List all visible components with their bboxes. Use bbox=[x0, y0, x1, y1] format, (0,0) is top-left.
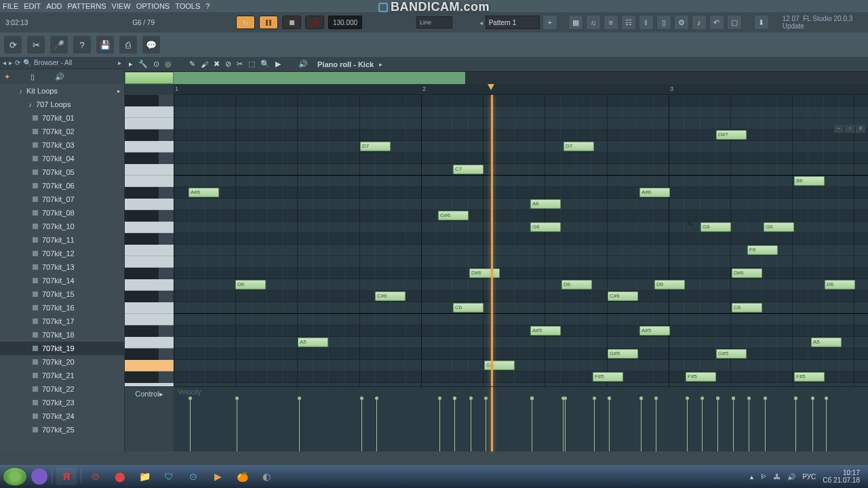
browser-item[interactable]: 707kit_08 bbox=[0, 206, 124, 220]
note[interactable]: G6 bbox=[701, 222, 731, 232]
note-grid[interactable]: ✎ D7D7D#7C7B6A#6A#6A6G#6G6G6G6F6D#6D#6D6… bbox=[174, 95, 868, 386]
pause-button[interactable] bbox=[259, 16, 278, 29]
control-label[interactable]: Control ▸ bbox=[125, 387, 174, 451]
minimap[interactable] bbox=[174, 72, 868, 84]
task-yandex[interactable]: Я bbox=[56, 468, 77, 485]
browser-item[interactable]: 707kit_24 bbox=[0, 409, 124, 423]
news-panel[interactable]: 12 07 FL Studio 20.0.3 Update bbox=[783, 15, 863, 30]
browser-item[interactable]: 707kit_20 bbox=[0, 355, 124, 369]
note[interactable]: G#6 bbox=[438, 211, 469, 220]
browser-subfolder[interactable]: ♪707 Loops bbox=[0, 98, 124, 111]
note[interactable]: A5 bbox=[811, 338, 842, 347]
pr-slice-tool[interactable]: ✂ bbox=[237, 60, 243, 68]
browser-item[interactable]: 707kit_12 bbox=[0, 247, 124, 260]
note[interactable]: F#5 bbox=[686, 372, 716, 382]
timeline-ruler[interactable]: 123 bbox=[174, 84, 868, 95]
browser-item[interactable]: 707kit_25 bbox=[0, 423, 124, 436]
piano-keyboard[interactable]: C7C6 bbox=[125, 95, 174, 386]
note[interactable]: A5 bbox=[298, 338, 328, 347]
browser-item[interactable]: 707kit_22 bbox=[0, 382, 124, 396]
note[interactable]: D6 bbox=[825, 280, 855, 289]
pr-draw-tool[interactable]: ✎ bbox=[189, 60, 195, 68]
note[interactable]: A6 bbox=[530, 199, 561, 209]
mixer-button2[interactable]: ⦀ bbox=[639, 15, 654, 30]
pr-zoom-tool[interactable]: 🔍 bbox=[260, 60, 270, 68]
start-button[interactable] bbox=[3, 467, 27, 486]
note[interactable]: A#6 bbox=[639, 188, 670, 197]
task-explorer[interactable]: 📁 bbox=[134, 468, 155, 485]
note[interactable]: A#5 bbox=[530, 326, 561, 336]
menu-add[interactable]: ADD bbox=[46, 2, 62, 10]
note[interactable]: D#7 bbox=[716, 130, 747, 140]
tray-up-icon[interactable]: ▴ bbox=[750, 473, 753, 481]
tempo-tapper[interactable]: ♪ bbox=[692, 15, 707, 30]
menu-options[interactable]: OPTIONS bbox=[136, 2, 170, 10]
piano-roll-button[interactable]: ♫ bbox=[586, 15, 601, 30]
task-media[interactable]: ▶ bbox=[208, 468, 228, 485]
pattern-select[interactable]: Pattern 1 bbox=[486, 16, 540, 29]
mixer-button[interactable]: ☷ bbox=[621, 15, 636, 30]
note[interactable]: A#6 bbox=[189, 188, 219, 197]
download-button[interactable]: ⬇ bbox=[754, 15, 769, 30]
menu-file[interactable]: FILE bbox=[3, 2, 18, 10]
browser-item[interactable]: 707kit_17 bbox=[0, 314, 124, 328]
note[interactable]: G#5 bbox=[716, 349, 747, 359]
browser-item[interactable]: 707kit_15 bbox=[0, 287, 124, 301]
note[interactable]: A#5 bbox=[639, 326, 670, 336]
tray-time[interactable]: 10:17 bbox=[823, 469, 860, 476]
pr-delete-tool[interactable]: ✖ bbox=[214, 60, 220, 68]
snap-select[interactable]: Line bbox=[416, 16, 452, 28]
note[interactable]: F6 bbox=[747, 245, 778, 255]
velocity-area[interactable]: Velocity bbox=[174, 387, 868, 451]
tab-audio[interactable]: 🔊 bbox=[55, 73, 64, 81]
pr-stamp-icon[interactable]: ⊙ bbox=[153, 60, 159, 68]
task-shield[interactable]: 🛡 bbox=[159, 468, 179, 485]
maximize-button[interactable]: ▫ bbox=[845, 125, 854, 133]
pr-paint-tool[interactable]: 🖌 bbox=[201, 60, 208, 68]
browser-item[interactable]: 707kit_10 bbox=[0, 220, 124, 233]
note[interactable]: D#6 bbox=[732, 268, 762, 278]
search-icon[interactable]: 🔍 bbox=[23, 59, 31, 66]
note[interactable]: C#6 bbox=[608, 291, 638, 301]
browser-item[interactable]: 707kit_21 bbox=[0, 369, 124, 382]
minimize-button[interactable]: − bbox=[834, 125, 844, 133]
menu-patterns[interactable]: PATTERNS bbox=[68, 2, 106, 10]
note[interactable]: G6 bbox=[764, 222, 794, 232]
save-icon[interactable]: 💾 bbox=[96, 36, 114, 54]
note[interactable]: D6 bbox=[561, 280, 592, 289]
browser-item[interactable]: 707kit_23 bbox=[0, 396, 124, 409]
browser-item[interactable]: 707kit_02 bbox=[0, 125, 124, 138]
help-icon[interactable]: ? bbox=[73, 36, 91, 54]
browser-item[interactable]: 707kit_07 bbox=[0, 192, 124, 206]
task-chrome[interactable]: ⊙ bbox=[183, 468, 203, 485]
browser-item[interactable]: 707kit_01 bbox=[0, 111, 124, 125]
channel-rack-button[interactable]: ≡ bbox=[604, 15, 618, 30]
browser-item[interactable]: 707kit_04 bbox=[0, 152, 124, 165]
browser-item[interactable]: 707kit_06 bbox=[0, 179, 124, 192]
task-record[interactable]: ⬤ bbox=[110, 468, 130, 485]
browser-folder[interactable]: ♪Kit Loops▸ bbox=[0, 84, 124, 98]
record-button[interactable] bbox=[305, 16, 324, 29]
browser-item[interactable]: 707kit_18 bbox=[0, 328, 124, 342]
note[interactable]: C#6 bbox=[375, 291, 406, 301]
browser-item[interactable]: 707kit_19 bbox=[0, 342, 124, 355]
cut-icon[interactable]: ✂ bbox=[27, 36, 45, 54]
browser-item[interactable]: 707kit_16 bbox=[0, 301, 124, 314]
browser-button[interactable]: ▯ bbox=[656, 15, 671, 30]
menu-?[interactable]: ? bbox=[205, 2, 210, 10]
tempo-field[interactable]: 130.000 bbox=[328, 16, 362, 29]
undo-history[interactable]: ↶ bbox=[709, 15, 724, 30]
note[interactable]: D7 bbox=[360, 142, 391, 151]
menu-view[interactable]: VIEW bbox=[112, 2, 131, 10]
pattern-add[interactable]: + bbox=[542, 15, 557, 30]
note[interactable]: G6 bbox=[530, 222, 561, 232]
tray-net-icon[interactable]: 🖧 bbox=[774, 473, 781, 481]
note[interactable]: G#5 bbox=[608, 349, 638, 359]
tab-add[interactable]: ✦ bbox=[4, 73, 10, 81]
pr-mute-tool[interactable]: ⊘ bbox=[225, 60, 231, 68]
plugin-button[interactable]: ⚙ bbox=[674, 15, 689, 30]
task-yandex-browser[interactable]: ⊙ bbox=[85, 468, 106, 485]
collapse-icon[interactable]: ◂ bbox=[3, 59, 6, 66]
note[interactable]: D6 bbox=[654, 280, 685, 289]
note[interactable]: C6 bbox=[732, 303, 762, 312]
